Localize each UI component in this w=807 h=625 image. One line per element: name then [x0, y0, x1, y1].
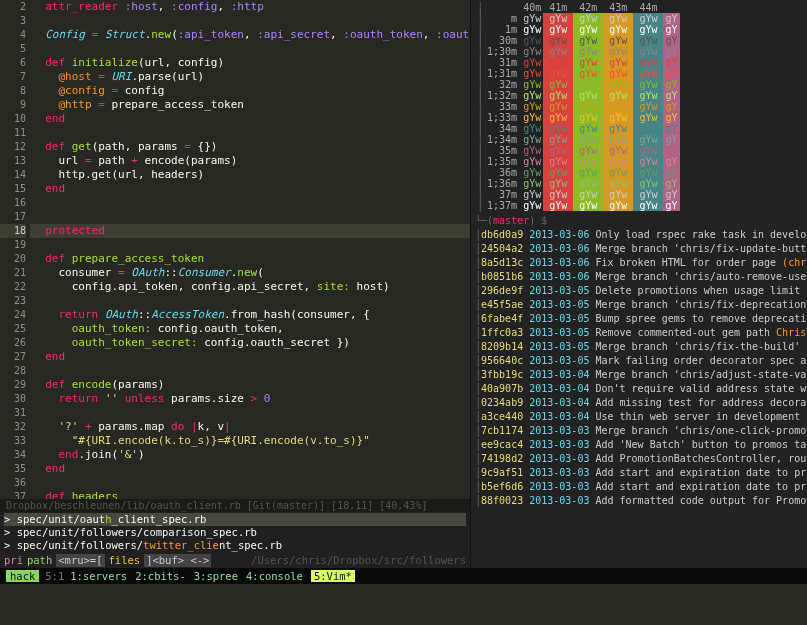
code-line[interactable]: def prepare_access_token — [30, 252, 470, 266]
git-log-row[interactable]: │8a5d13c 2013-03-06 Fix broken HTML for … — [475, 256, 807, 270]
tmux-tab[interactable]: 5:Vim* — [311, 570, 355, 582]
code-line[interactable]: @http = prepare_access_token — [30, 98, 470, 112]
ansi-color-table: │40m41m42m43m44m│mgYwgYwgYwgYwgYwgY│1mgY… — [475, 2, 680, 211]
code-line[interactable] — [30, 238, 470, 252]
git-log-row[interactable]: │296de9f 2013-03-05 Delete promotions wh… — [475, 284, 807, 298]
code-line[interactable] — [30, 42, 470, 56]
code-line[interactable]: oauth_token: config.oauth_token, — [30, 322, 470, 336]
code-line[interactable] — [30, 14, 470, 28]
ctrlp-pri: pri — [4, 554, 23, 567]
code-line[interactable]: attr_reader :host, :config, :http — [30, 0, 470, 14]
ctrlp-buf: ]<buf> <-> — [144, 554, 211, 567]
ctrlp-mode-files: files — [109, 554, 141, 567]
git-log-row[interactable]: │e45f5ae 2013-03-05 Merge branch 'chris/… — [475, 298, 807, 312]
git-log-row[interactable]: │40a907b 2013-03-04 Don't require valid … — [475, 382, 807, 396]
code-line[interactable]: end — [30, 350, 470, 364]
git-log-row[interactable]: │db6d0a9 2013-03-06 Only load rspec rake… — [475, 228, 807, 242]
tmux-pos: 5:1 — [45, 570, 64, 582]
code-line[interactable]: @config = config — [30, 84, 470, 98]
code-line[interactable]: '?' + params.map do |k, v| — [30, 420, 470, 434]
code-line[interactable] — [30, 126, 470, 140]
code-line[interactable]: def initialize(url, config) — [30, 56, 470, 70]
git-log-row[interactable]: │b0851b6 2013-03-06 Merge branch 'chris/… — [475, 270, 807, 284]
code-line[interactable]: def encode(params) — [30, 378, 470, 392]
tmux-status-bar[interactable]: hack 5:1 1:servers2:cbits-3:spree4:conso… — [0, 568, 807, 584]
code-line[interactable] — [30, 210, 470, 224]
code-line[interactable] — [30, 364, 470, 378]
tmux-tab[interactable]: 2:cbits- — [135, 570, 186, 582]
shell-prompt[interactable]: └─(master) $ — [471, 213, 807, 228]
code-line[interactable]: http.get(url, headers) — [30, 168, 470, 182]
ctrlp-file-list[interactable]: > spec/unit/oauth_client_spec.rb> spec/u… — [0, 512, 470, 553]
ctrlp-prompt[interactable]: pri path <mru>=[ files ]<buf> <-> /Users… — [0, 553, 470, 568]
code-line[interactable]: consumer = OAuth::Consumer.new( — [30, 266, 470, 280]
git-log-row[interactable]: │7cb1174 2013-03-03 Merge branch 'chris/… — [475, 424, 807, 438]
tmux-tab[interactable]: 1:servers — [70, 570, 127, 582]
git-log-row[interactable]: │1ffc0a3 2013-03-05 Remove commented-out… — [475, 326, 807, 340]
file-list-item[interactable]: > spec/unit/followers/twitter_client_spe… — [4, 539, 466, 552]
code-line[interactable]: end — [30, 112, 470, 126]
code-line[interactable]: end.join('&') — [30, 448, 470, 462]
git-branch: master — [493, 215, 529, 226]
code-line[interactable]: Config = Struct.new(:api_token, :api_sec… — [30, 28, 470, 42]
git-log-row[interactable]: │6fabe4f 2013-03-05 Bump spree gems to r… — [475, 312, 807, 326]
code-line[interactable] — [30, 476, 470, 490]
code-line[interactable]: protected — [30, 224, 470, 238]
file-list-item[interactable]: > spec/unit/followers/comparison_spec.rb — [4, 526, 466, 539]
code-line[interactable]: def get(path, params = {}) — [30, 140, 470, 154]
git-log-row[interactable]: │88f0023 2013-03-03 Add formatted code o… — [475, 494, 807, 508]
git-log-row[interactable]: │8209b14 2013-03-05 Merge branch 'chris/… — [475, 340, 807, 354]
git-log-row[interactable]: │b5ef6d6 2013-03-03 Add start and expira… — [475, 480, 807, 494]
tmux-tab[interactable]: 3:spree — [194, 570, 238, 582]
git-log-row[interactable]: │74198d2 2013-03-03 Add PromotionBatches… — [475, 452, 807, 466]
code-lines[interactable]: attr_reader :host, :config, :http Config… — [30, 0, 470, 499]
git-log[interactable]: │db6d0a9 2013-03-06 Only load rspec rake… — [471, 228, 807, 568]
git-log-row[interactable]: │9c9af51 2013-03-03 Add start and expira… — [475, 466, 807, 480]
terminal-pane[interactable]: │40m41m42m43m44m│mgYwgYwgYwgYwgYwgY│1mgY… — [470, 0, 807, 568]
ctrlp-mru: <mru>=[ — [56, 554, 104, 567]
line-number-gutter: 2345678910111213141516171819202122232425… — [0, 0, 30, 499]
code-line[interactable]: @host = URI.parse(url) — [30, 70, 470, 84]
git-log-row[interactable]: │3fbb19c 2013-03-04 Merge branch 'chris/… — [475, 368, 807, 382]
tmux-tab[interactable]: 4:console — [246, 570, 303, 582]
code-line[interactable]: end — [30, 182, 470, 196]
code-line[interactable]: return '' unless params.size > 0 — [30, 392, 470, 406]
tmux-tabs[interactable]: 1:servers2:cbits-3:spree4:console5:Vim* — [70, 570, 363, 582]
git-log-row[interactable]: │956640c 2013-03-05 Mark failing order d… — [475, 354, 807, 368]
code-line[interactable]: oauth_token_secret: config.oauth_secret … — [30, 336, 470, 350]
git-log-row[interactable]: │a3ce440 2013-03-04 Use thin web server … — [475, 410, 807, 424]
buffer-info: Dropbox/beschleunen/lib/oauth_client.rb … — [6, 500, 427, 511]
tmux-session[interactable]: hack — [6, 570, 39, 582]
code-line[interactable]: url = path + encode(params) — [30, 154, 470, 168]
code-line[interactable]: def headers — [30, 490, 470, 499]
git-log-row[interactable]: │24504a2 2013-03-06 Merge branch 'chris/… — [475, 242, 807, 256]
git-log-row[interactable]: │0234ab9 2013-03-04 Add missing test for… — [475, 396, 807, 410]
git-log-row[interactable]: │ee9cac4 2013-03-03 Add 'New Batch' butt… — [475, 438, 807, 452]
code-line[interactable]: return OAuth::AccessToken.from_hash(cons… — [30, 308, 470, 322]
editor-status-bar: Dropbox/beschleunen/lib/oauth_client.rb … — [0, 499, 470, 512]
editor-pane: 2345678910111213141516171819202122232425… — [0, 0, 470, 568]
code-line[interactable]: config.api_token, config.api_secret, sit… — [30, 280, 470, 294]
file-list-item[interactable]: > spec/unit/oauth_client_spec.rb — [4, 513, 466, 526]
ctrlp-mode-path: path — [27, 554, 52, 567]
code-line[interactable] — [30, 294, 470, 308]
code-line[interactable]: "#{URI.encode(k.to_s)}=#{URI.encode(v.to… — [30, 434, 470, 448]
code-line[interactable] — [30, 406, 470, 420]
ctrlp-cwd: /Users/chris/Dropbox/src/followers — [251, 554, 466, 567]
code-area[interactable]: 2345678910111213141516171819202122232425… — [0, 0, 470, 499]
code-line[interactable] — [30, 196, 470, 210]
code-line[interactable]: end — [30, 462, 470, 476]
